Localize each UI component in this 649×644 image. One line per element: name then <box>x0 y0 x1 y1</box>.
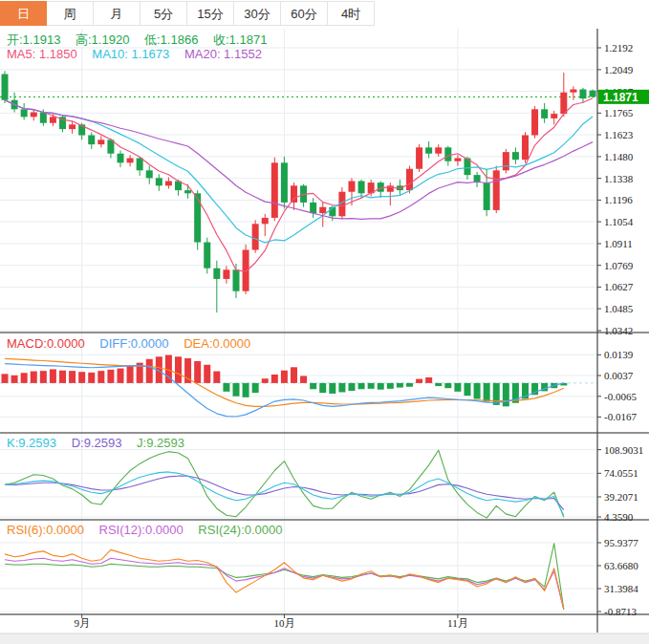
svg-text:74.0551: 74.0551 <box>604 467 638 479</box>
chart-canvas[interactable]: 1.21921.20491.19071.17651.16231.14801.13… <box>0 0 649 644</box>
svg-text:95.9377: 95.9377 <box>604 537 638 548</box>
svg-text:1.2192: 1.2192 <box>604 42 633 54</box>
svg-text:4.3590: 4.3590 <box>604 511 634 523</box>
svg-text:1.1480: 1.1480 <box>604 151 634 162</box>
svg-text:108.9031: 108.9031 <box>604 444 643 456</box>
svg-text:39.2071: 39.2071 <box>604 491 638 503</box>
svg-text:1.1623: 1.1623 <box>604 129 634 140</box>
svg-text:11月: 11月 <box>447 617 468 629</box>
svg-text:1.0627: 1.0627 <box>604 281 634 292</box>
svg-text:-0.0167: -0.0167 <box>604 411 637 422</box>
svg-text:1.2049: 1.2049 <box>604 64 634 75</box>
tab-月[interactable]: 月 <box>94 1 141 26</box>
tab-5分[interactable]: 5分 <box>141 1 187 26</box>
tab-15分[interactable]: 15分 <box>187 1 234 26</box>
svg-text:1.1196: 1.1196 <box>604 194 633 205</box>
timeframe-toolbar: 日周月5分15分30分60分4时 <box>0 0 649 28</box>
svg-text:10月: 10月 <box>273 617 294 629</box>
svg-text:9月: 9月 <box>74 617 90 629</box>
svg-text:1.0485: 1.0485 <box>604 303 634 314</box>
svg-text:1.1338: 1.1338 <box>604 173 634 184</box>
current-price-tag: 1.1871 <box>603 91 638 104</box>
svg-text:1.0769: 1.0769 <box>604 260 634 271</box>
tab-周[interactable]: 周 <box>47 1 94 26</box>
svg-text:31.3984: 31.3984 <box>604 583 638 594</box>
svg-text:63.6680: 63.6680 <box>604 560 638 571</box>
svg-text:0.0139: 0.0139 <box>604 349 634 360</box>
svg-text:1.1054: 1.1054 <box>604 216 634 227</box>
svg-text:1.1765: 1.1765 <box>604 107 634 118</box>
svg-text:-0.8713: -0.8713 <box>604 606 637 617</box>
svg-text:-0.0065: -0.0065 <box>604 391 637 402</box>
tab-30分[interactable]: 30分 <box>234 1 281 26</box>
svg-text:1.0911: 1.0911 <box>604 238 633 249</box>
svg-text:1.0342: 1.0342 <box>604 325 633 336</box>
tab-4时[interactable]: 4时 <box>328 1 375 26</box>
tab-60分[interactable]: 60分 <box>281 1 328 26</box>
svg-text:0.0037: 0.0037 <box>604 370 634 381</box>
tab-日[interactable]: 日 <box>0 1 47 26</box>
